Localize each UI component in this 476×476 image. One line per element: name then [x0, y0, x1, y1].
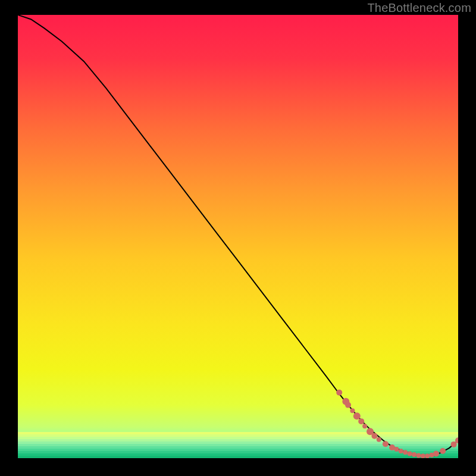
data-marker: [371, 433, 377, 439]
curve-markers: [336, 390, 458, 458]
data-marker: [408, 452, 412, 456]
data-marker: [440, 448, 446, 454]
data-marker: [377, 437, 381, 442]
data-marker: [403, 450, 408, 455]
data-marker: [358, 418, 364, 424]
data-marker: [394, 447, 399, 452]
data-marker: [350, 408, 355, 413]
data-marker: [433, 451, 439, 457]
data-marker: [345, 402, 351, 408]
data-marker: [362, 424, 367, 428]
data-marker: [412, 452, 416, 457]
data-marker: [416, 453, 421, 458]
chart-container: TheBottleneck.com: [0, 0, 476, 476]
data-marker: [451, 441, 457, 447]
bottleneck-curve-line: [18, 15, 458, 456]
watermark-text: TheBottleneck.com: [367, 1, 471, 15]
data-marker: [421, 453, 425, 458]
data-marker: [383, 441, 389, 447]
plot-area: [18, 15, 458, 458]
data-marker: [399, 449, 403, 453]
curve-svg: [18, 15, 458, 458]
data-marker: [425, 453, 430, 458]
data-marker: [353, 412, 361, 419]
data-marker: [336, 390, 342, 396]
